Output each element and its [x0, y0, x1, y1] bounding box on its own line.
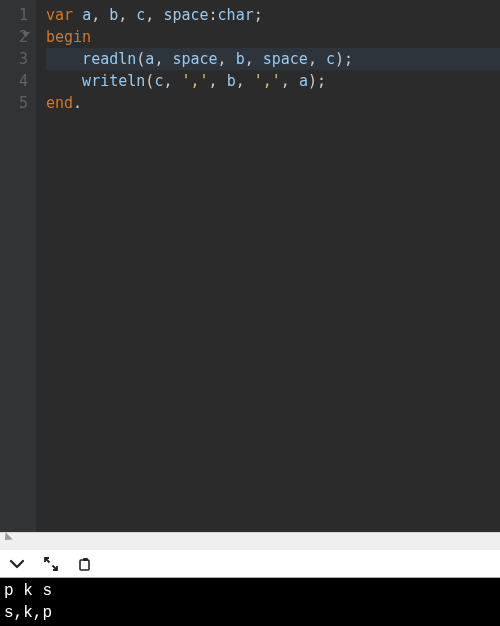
- token: ,: [245, 50, 263, 68]
- console-toolbar: [0, 550, 500, 578]
- line-number: 3: [0, 48, 28, 70]
- token: ,: [218, 50, 236, 68]
- token: space: [163, 6, 208, 24]
- token: ,: [118, 6, 136, 24]
- code-line[interactable]: readln(a, space, b, space, c);: [46, 48, 500, 70]
- token: char: [218, 6, 254, 24]
- token: );: [308, 72, 326, 90]
- line-number: 2: [0, 26, 28, 48]
- token: b: [236, 50, 245, 68]
- token: ,: [209, 72, 227, 90]
- token: ,: [281, 72, 299, 90]
- token: c: [326, 50, 335, 68]
- token: end: [46, 94, 73, 112]
- token: (: [136, 50, 145, 68]
- token: b: [109, 6, 118, 24]
- token: a: [82, 6, 91, 24]
- token: b: [227, 72, 236, 90]
- token: ',': [181, 72, 208, 90]
- token: :: [209, 6, 218, 24]
- token: a: [299, 72, 308, 90]
- line-number: 5: [0, 92, 28, 114]
- token: ,: [163, 72, 181, 90]
- svg-rect-0: [80, 560, 89, 570]
- fold-triangle-icon[interactable]: [22, 32, 30, 37]
- token: );: [335, 50, 353, 68]
- token: ,: [145, 6, 163, 24]
- code-line[interactable]: var a, b, c, space:char;: [46, 4, 500, 26]
- token: writeln: [46, 72, 145, 90]
- token: readln: [46, 50, 136, 68]
- token: ,: [236, 72, 254, 90]
- token: space: [263, 50, 308, 68]
- token: ;: [254, 6, 263, 24]
- svg-rect-1: [83, 558, 88, 561]
- code-line[interactable]: begin: [46, 26, 500, 48]
- console-output: p k s s,k,p: [0, 578, 500, 626]
- line-gutter: 12345: [0, 0, 36, 532]
- expand-icon[interactable]: [42, 555, 60, 573]
- code-line[interactable]: writeln(c, ',', b, ',', a);: [46, 70, 500, 92]
- line-number: 1: [0, 4, 28, 26]
- code-editor[interactable]: 12345 var a, b, c, space:char;begin read…: [0, 0, 500, 532]
- token: begin: [46, 28, 91, 46]
- code-line[interactable]: end.: [46, 92, 500, 114]
- token: ',': [254, 72, 281, 90]
- chevron-down-icon[interactable]: [8, 555, 26, 573]
- token: ,: [91, 6, 109, 24]
- scroll-corner-icon: [1, 532, 12, 543]
- code-content[interactable]: var a, b, c, space:char;begin readln(a, …: [36, 0, 500, 532]
- token: c: [136, 6, 145, 24]
- token: ,: [308, 50, 326, 68]
- token: var: [46, 6, 82, 24]
- token: ,: [154, 50, 172, 68]
- token: space: [172, 50, 217, 68]
- token: .: [73, 94, 82, 112]
- horizontal-scrollbar[interactable]: [0, 532, 500, 550]
- line-number: 4: [0, 70, 28, 92]
- copy-icon[interactable]: [76, 555, 94, 573]
